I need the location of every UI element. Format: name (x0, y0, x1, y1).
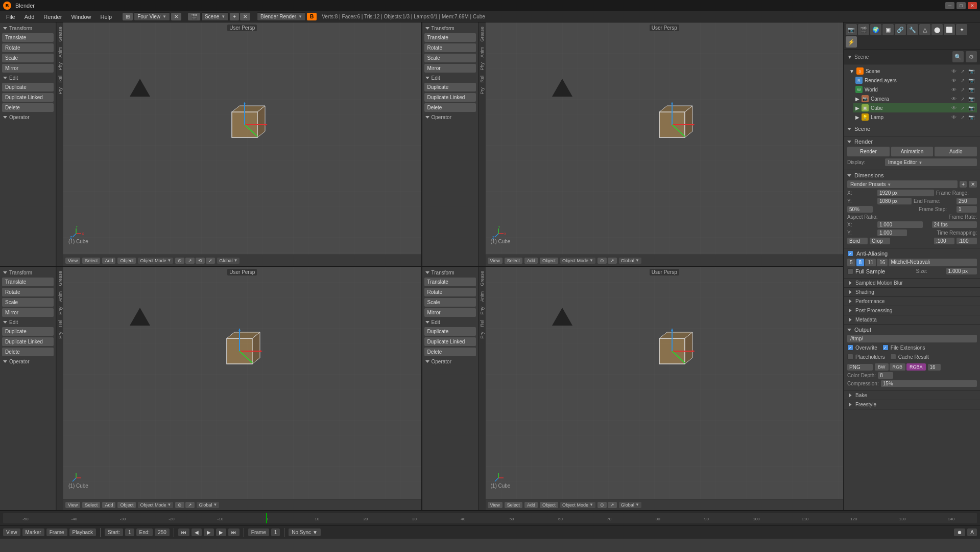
start-value[interactable]: 1 (125, 528, 134, 536)
vp-object-btn-tr[interactable]: Object (540, 258, 558, 264)
frame-step-value[interactable]: 1 (957, 206, 977, 213)
full-sample-checkbox[interactable] (847, 268, 853, 274)
rp-icon-material[interactable]: ⬤ (931, 24, 943, 35)
side-tab-rel-bl[interactable]: Rel (57, 318, 64, 329)
rp-icon-texture[interactable]: ⬜ (944, 24, 955, 35)
translate-btn[interactable]: Translate (2, 33, 54, 42)
maximize-button[interactable]: □ (957, 2, 966, 9)
vp-view-btn-tr[interactable]: View (488, 258, 503, 264)
overwrite-checkbox[interactable] (847, 344, 853, 351)
rp-icon-modifiers[interactable]: 🔧 (907, 24, 918, 35)
close-button[interactable]: ✕ (968, 2, 977, 9)
end-value[interactable]: 250 (155, 528, 170, 536)
freestyle-section[interactable]: Freestyle (844, 400, 980, 409)
outliner-scene[interactable]: ▼ S Scene 👁 ↗ 📷 (847, 66, 977, 76)
scale-btn-tr[interactable]: Scale (424, 54, 476, 62)
crop-btn[interactable]: Crop (870, 238, 890, 244)
scale-btn-br[interactable]: Scale (424, 298, 476, 307)
side-tab-anim-bl[interactable]: Anim (57, 289, 64, 304)
vp-select-btn-tl[interactable]: Select (82, 258, 100, 264)
vp-view-btn-bl[interactable]: View (65, 502, 80, 508)
aa-11-btn[interactable]: 11 (865, 259, 876, 266)
del-preset-btn[interactable]: ✕ (969, 181, 977, 188)
viewport-canvas-bl[interactable]: User Persp (63, 267, 421, 499)
vp-tool1-bl[interactable]: ⊙ (175, 502, 184, 508)
side-tab-anim[interactable]: Anim (57, 45, 64, 60)
output-path-field[interactable]: //tmp/ (847, 335, 977, 342)
rp-icon-scene[interactable]: 🎬 (858, 24, 869, 35)
add-scene-btn[interactable]: + (230, 13, 239, 20)
bottom-view-btn[interactable]: View (3, 528, 20, 536)
performance-section[interactable]: Performance (844, 297, 980, 306)
vp-tool2-br[interactable]: ↗ (608, 502, 617, 508)
viewport-canvas-tr[interactable]: User Persp (486, 22, 844, 255)
render-presets-dropdown[interactable]: Render Presets ▼ (847, 180, 958, 188)
vp-mode-dropdown-br[interactable]: Object Mode ▼ (560, 502, 595, 508)
outliner-world[interactable]: W World 👁 ↗ 📷 (853, 85, 977, 94)
cursor-icon-world[interactable]: ↗ (959, 86, 966, 93)
rp-icon-render[interactable]: 📷 (846, 24, 857, 35)
side-tab-grease-tr[interactable]: Grease (479, 25, 486, 44)
side-tab-anim-tr[interactable]: Anim (479, 45, 486, 60)
edit-header-tr[interactable]: Edit (424, 74, 476, 82)
outliner-renderlayers[interactable]: R RenderLayers 👁 ↗ 📷 (853, 76, 977, 85)
viewport-canvas-br[interactable]: User Persp (486, 267, 844, 499)
dup-linked-btn-tr[interactable]: Duplicate Linked (424, 93, 476, 102)
bw-btn[interactable]: BW (875, 363, 889, 371)
vp-add-btn-bl[interactable]: Add (102, 502, 115, 508)
side-tab-grease[interactable]: Grease (57, 25, 64, 44)
vp-object-btn-tl[interactable]: Object (117, 258, 136, 264)
render-button[interactable]: Render (847, 147, 890, 156)
color-depth-value[interactable]: 8 (878, 372, 893, 379)
outliner-camera[interactable]: ▶ 📷 Camera 👁 ↗ 📷 (853, 94, 977, 103)
layout-dropdown[interactable]: Four View ▼ (134, 12, 170, 21)
aa-8-btn[interactable]: 8 (856, 259, 865, 266)
compression-value[interactable]: 15% (881, 380, 977, 387)
vp-object-btn-bl[interactable]: Object (117, 502, 136, 508)
side-tab-grease-bl[interactable]: Grease (57, 269, 64, 288)
color-depth-16[interactable]: 16 (928, 364, 941, 371)
menu-window[interactable]: Window (67, 13, 95, 21)
time-remap-new[interactable]: :100 (957, 238, 977, 244)
side-tab-pry[interactable]: Pry (57, 85, 64, 97)
delete-btn-tr[interactable]: Delete (424, 103, 476, 112)
side-tab-rel-br[interactable]: Rel (479, 318, 486, 329)
bake-section[interactable]: Bake (844, 391, 980, 400)
vp-shading-dropdown-tl[interactable]: Global ▼ (217, 258, 240, 264)
edit-header-bl[interactable]: Edit (2, 318, 54, 326)
scene-dropdown[interactable]: Scene ▼ (201, 12, 229, 21)
vp-tool2-tr[interactable]: ↗ (608, 258, 617, 264)
translate-btn-br[interactable]: Translate (424, 278, 476, 286)
aa-16-btn[interactable]: 16 (877, 259, 888, 266)
menu-render[interactable]: Render (39, 13, 66, 21)
eye-icon-rl[interactable]: 👁 (950, 77, 958, 84)
timeline-ruler[interactable]: -50 -40 -30 -20 -10 0 10 20 30 40 50 60 … (3, 513, 977, 523)
duplicate-linked-btn[interactable]: Duplicate Linked (2, 93, 54, 102)
render-icon-rl[interactable]: 📷 (968, 77, 975, 84)
dimensions-header[interactable]: Dimensions (847, 172, 977, 178)
resolution-y-value[interactable]: 1080 px (877, 198, 912, 204)
menu-file[interactable]: File (2, 13, 19, 21)
rp-icon-object[interactable]: ▣ (882, 24, 894, 35)
side-tab-phy-tr[interactable]: Phy (479, 60, 486, 73)
render-section-header[interactable]: Render (847, 139, 977, 145)
vp-add-btn-tr[interactable]: Add (524, 258, 538, 264)
sync-dropdown[interactable]: No Sync ▼ (289, 528, 320, 536)
vp-mode-dropdown-bl[interactable]: Object Mode ▼ (138, 502, 173, 508)
side-tab-phy-bl[interactable]: Phy (57, 305, 64, 317)
bord-btn[interactable]: Bord (847, 238, 868, 244)
add-preset-btn[interactable]: + (960, 181, 967, 188)
keying-btn[interactable]: ⏺ (954, 528, 965, 536)
rp-icon-physics[interactable]: ⚡ (846, 36, 857, 48)
vp-tool1-br[interactable]: ⊙ (597, 502, 607, 508)
side-tab-pry-br[interactable]: Pry (479, 330, 486, 341)
edit-header-br[interactable]: Edit (424, 318, 476, 326)
vp-mode-dropdown-tr[interactable]: Object Mode ▼ (560, 258, 595, 264)
vp-select-btn-br[interactable]: Select (505, 502, 522, 508)
vp-select-btn-tr[interactable]: Select (505, 258, 522, 264)
vp-shading-dropdown-br[interactable]: Global ▼ (619, 502, 641, 508)
mirror-btn-br[interactable]: Mirror (424, 308, 476, 317)
animation-button[interactable]: Animation (891, 147, 934, 156)
scene-icon-btn[interactable]: 🎬 (188, 13, 200, 20)
sampled-motion-blur-section[interactable]: Sampled Motion Blur (844, 279, 980, 288)
